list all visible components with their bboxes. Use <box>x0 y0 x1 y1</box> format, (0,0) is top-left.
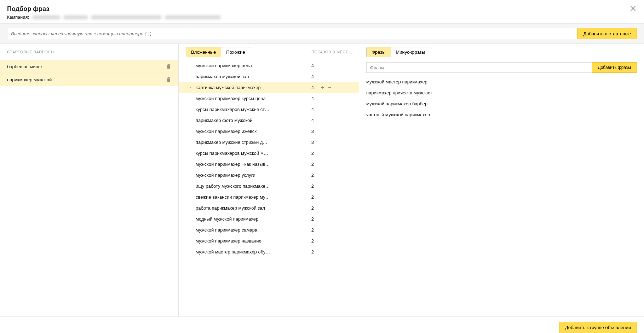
minus-icon[interactable]: − <box>327 96 332 101</box>
delete-button[interactable] <box>166 77 171 82</box>
minus-icon[interactable]: − <box>327 118 332 123</box>
minus-icon[interactable]: − <box>327 151 332 156</box>
suggestion-row[interactable]: ←ищу работу мужского парикмахе…2+− <box>179 181 359 192</box>
suggestion-count: 4 <box>304 74 318 79</box>
suggestion-text: мужской парикмахер ижевск <box>191 129 304 134</box>
dialog-header: Подбор фраз Кампания: <box>0 0 644 23</box>
plus-icon[interactable]: + <box>320 96 325 101</box>
minus-icon[interactable]: − <box>327 107 332 112</box>
add-to-start-button[interactable]: Добавить в стартовые <box>577 28 637 39</box>
start-queries-header: СТАРТОВЫЕ ЗАПРОСЫ <box>0 44 178 60</box>
phrase-item[interactable]: частный мужской парикмахер <box>359 109 644 120</box>
minus-icon[interactable]: − <box>327 129 332 134</box>
plus-icon[interactable]: + <box>320 184 325 189</box>
suggestion-count: 2 <box>304 238 318 244</box>
minus-icon[interactable]: − <box>327 250 332 255</box>
start-query-row[interactable]: парикмахер мужской <box>0 73 178 86</box>
suggestion-row[interactable]: ←мужской мастер парикмахер обу…2+− <box>179 246 359 257</box>
suggestion-row[interactable]: ←мужской парикмахер курсы цена4+− <box>179 93 359 104</box>
plus-icon[interactable]: + <box>320 140 325 145</box>
minus-icon[interactable]: − <box>327 206 332 211</box>
query-input[interactable] <box>7 28 577 39</box>
campaign-label: Кампания: <box>7 15 29 20</box>
tab-similar[interactable]: Похожие <box>221 47 250 57</box>
start-query-text: парикмахер мужской <box>7 77 52 82</box>
suggestion-row[interactable]: ←мужской парикмахер +как назыв…2+− <box>179 159 359 170</box>
suggestion-count: 2 <box>304 183 318 189</box>
suggestion-mode-tabs: Вложенные Похожие <box>186 47 250 57</box>
delete-button[interactable] <box>166 64 171 69</box>
trash-icon[interactable] <box>166 64 171 69</box>
plus-icon[interactable]: + <box>320 250 325 255</box>
phrase-item[interactable]: парикмахер прическа мужская <box>359 87 644 98</box>
plus-icon[interactable]: + <box>320 206 325 211</box>
suggestion-row[interactable]: ←работа парикмахер мужской зал2+− <box>179 203 359 214</box>
plus-icon[interactable]: + <box>320 217 325 222</box>
suggestions-list[interactable]: ←мужской парикмахер цена4+−←парикмахер м… <box>179 60 359 316</box>
minus-icon[interactable]: − <box>327 85 332 90</box>
arrow-left-icon[interactable]: ← <box>189 85 194 90</box>
plus-icon[interactable]: + <box>320 173 325 178</box>
tab-nested[interactable]: Вложенные <box>186 47 221 57</box>
suggestion-text: курсы парикмахеров мужской м… <box>191 151 304 156</box>
plus-icon[interactable]: + <box>320 162 325 167</box>
suggestion-count: 2 <box>304 249 318 255</box>
suggestion-count: 2 <box>304 205 318 211</box>
blurred-text <box>165 15 221 19</box>
minus-icon[interactable]: − <box>327 173 332 178</box>
suggestion-row[interactable]: ←курсы парикмахеров мужские ст…4+− <box>179 104 359 115</box>
plus-icon[interactable]: + <box>320 228 325 233</box>
suggestion-row[interactable]: ←модный мужской парикмахер2+− <box>179 214 359 224</box>
suggestion-row[interactable]: ←картинка мужской парикмахер4+− <box>179 82 359 93</box>
phrases-input[interactable] <box>366 62 592 73</box>
tab-minus-phrases[interactable]: Минус-фразы <box>391 47 430 57</box>
phrases-column: Фразы Минус-фразы Добавить фразы мужской… <box>359 44 644 316</box>
plus-icon[interactable]: + <box>320 129 325 134</box>
plus-icon[interactable]: + <box>320 107 325 112</box>
suggestion-row[interactable]: ←мужской парикмахер самара2+− <box>179 224 359 235</box>
close-icon[interactable] <box>630 5 636 12</box>
phrase-item[interactable]: мужской парикмахер барбер <box>359 98 644 109</box>
suggestion-row[interactable]: ←курсы парикмахеров мужской м…2+− <box>179 148 359 159</box>
minus-icon[interactable]: − <box>327 74 332 79</box>
tab-phrases[interactable]: Фразы <box>367 47 391 57</box>
suggestion-count: 4 <box>304 107 318 112</box>
suggestion-row[interactable]: ←парикмахер мужской зал4+− <box>179 71 359 82</box>
suggestion-row[interactable]: ←мужской парикмахер цена4+− <box>179 60 359 71</box>
start-queries-column: СТАРТОВЫЕ ЗАПРОСЫ барбешоп минскпарикмах… <box>0 44 179 316</box>
start-queries-heading: СТАРТОВЫЕ ЗАПРОСЫ <box>7 50 54 54</box>
suggestion-row[interactable]: ←парикмахер мужские стрижки д…3+− <box>179 137 359 148</box>
plus-icon[interactable]: + <box>320 151 325 156</box>
plus-icon[interactable]: + <box>320 74 325 79</box>
add-phrases-button[interactable]: Добавить фразы <box>592 62 637 73</box>
suggestions-header: Вложенные Похожие ПОКАЗОВ В МЕСЯЦ <box>179 44 359 60</box>
minus-icon[interactable]: − <box>327 239 332 244</box>
add-to-ad-group-button[interactable]: Добавить к группе объявлений <box>559 322 637 333</box>
minus-icon[interactable]: − <box>327 140 332 145</box>
suggestion-row[interactable]: ←мужской парикмахер название2+− <box>179 235 359 246</box>
suggestion-text: картинка мужской парикмахер <box>191 85 304 90</box>
minus-icon[interactable]: − <box>327 63 332 68</box>
plus-icon[interactable]: + <box>320 239 325 244</box>
plus-icon[interactable]: + <box>320 195 325 200</box>
suggestion-row[interactable]: ←парикмахер фото мужской4+− <box>179 115 359 126</box>
suggestion-row[interactable]: ←мужской парикмахер ижевск3+− <box>179 126 359 137</box>
plus-icon[interactable]: + <box>320 85 325 90</box>
suggestion-count: 2 <box>304 173 318 178</box>
minus-icon[interactable]: − <box>327 217 332 222</box>
blurred-text <box>91 15 162 19</box>
minus-icon[interactable]: − <box>327 228 332 233</box>
minus-icon[interactable]: − <box>327 162 332 167</box>
suggestion-row[interactable]: ←свежие вакансии парикмахер му…2+− <box>179 192 359 203</box>
start-query-row[interactable]: барбешоп минск <box>0 60 178 73</box>
suggestion-row[interactable]: ←мужской парикмахер услуги2+− <box>179 170 359 181</box>
suggestion-text: мужской парикмахер самара <box>191 227 304 233</box>
phrase-item[interactable]: мужской мастер парикмахер <box>359 76 644 87</box>
trash-icon[interactable] <box>166 77 171 82</box>
minus-icon[interactable]: − <box>327 195 332 200</box>
plus-icon[interactable]: + <box>320 118 325 123</box>
minus-icon[interactable]: − <box>327 184 332 189</box>
suggestion-count: 3 <box>304 129 318 134</box>
suggestion-count: 4 <box>304 118 318 123</box>
plus-icon[interactable]: + <box>320 63 325 68</box>
